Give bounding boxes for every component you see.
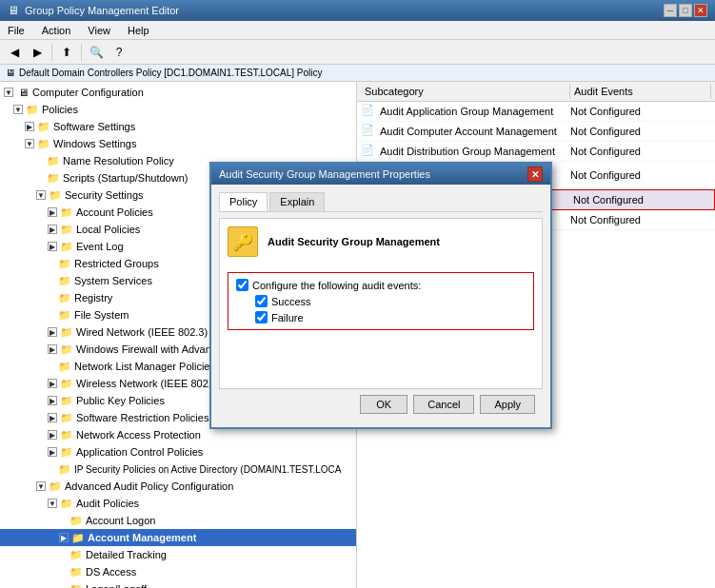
expand-windows[interactable]: ▼ xyxy=(25,139,34,148)
failure-label: Failure xyxy=(271,312,304,323)
list-row-computer-account[interactable]: 📄 Audit Computer Account Management Not … xyxy=(357,122,715,142)
tree-label: Advanced Audit Policy Configuration xyxy=(65,480,233,492)
expand-advanced-policy[interactable]: ▼ xyxy=(36,481,46,491)
dialog-buttons: OK Cancel Apply xyxy=(219,389,543,420)
dialog-body: 🔑 Audit Security Group Management Config… xyxy=(219,218,543,389)
expand-wired[interactable]: ▶ xyxy=(48,327,57,337)
toolbar-sep-1 xyxy=(51,44,52,61)
tree-label: Local Policies xyxy=(76,224,140,235)
dialog-tab-policy[interactable]: Policy xyxy=(219,192,268,211)
expand-app-control[interactable]: ▶ xyxy=(48,447,57,457)
row-label: Audit Distribution Group Management xyxy=(380,146,570,157)
close-btn[interactable]: ✕ xyxy=(694,4,707,17)
success-checkbox[interactable] xyxy=(255,295,268,307)
col-header-audit: Audit Events xyxy=(570,84,711,99)
menu-view[interactable]: View xyxy=(84,24,114,37)
tree-item-ds-access[interactable]: 📁 DS Access xyxy=(0,563,356,580)
folder-icon: 📁 xyxy=(57,273,72,288)
checkbox-section: Configure the following audit events: Su… xyxy=(228,272,534,330)
expand-account-mgmt[interactable]: ▶ xyxy=(59,533,69,542)
tree-label: Network Access Protection xyxy=(76,429,201,441)
expand-account[interactable]: ▶ xyxy=(48,207,57,217)
tree-label: Policies xyxy=(42,104,78,115)
tree-item-account-logon[interactable]: 📁 Account Logon xyxy=(0,512,356,529)
ok-button[interactable]: OK xyxy=(360,395,407,414)
expand-event[interactable]: ▶ xyxy=(48,242,57,251)
tree-item-app-control[interactable]: ▶ 📁 Application Control Policies xyxy=(0,443,356,461)
dialog-icon-row: 🔑 Audit Security Group Management xyxy=(228,226,534,257)
show-hide-btn[interactable]: 🔍 xyxy=(86,42,107,63)
dialog-content: Policy Explain 🔑 Audit Security Group Ma… xyxy=(211,185,550,427)
folder-icon: 📁 xyxy=(69,581,84,588)
expand-security[interactable]: ▼ xyxy=(36,190,46,200)
maximize-btn[interactable]: □ xyxy=(679,4,692,17)
menu-action[interactable]: Action xyxy=(38,24,75,37)
dialog-close-btn[interactable]: ✕ xyxy=(527,167,543,182)
folder-icon: 📁 xyxy=(46,153,61,168)
policy-icon: 🖥 xyxy=(6,68,15,78)
tree-item-advanced-policy[interactable]: ▼ 📁 Advanced Audit Policy Configuration xyxy=(0,478,356,495)
menu-help[interactable]: Help xyxy=(124,24,153,37)
app-title: Group Policy Management Editor xyxy=(25,5,179,16)
configure-row: Configure the following audit events: xyxy=(236,279,526,291)
tree-item-ip-security[interactable]: 📁 IP Security Policies on Active Directo… xyxy=(0,461,356,478)
expand-wireless[interactable]: ▶ xyxy=(48,379,57,388)
expand-policies[interactable]: ▼ xyxy=(13,105,23,114)
folder-icon: 📁 xyxy=(59,239,74,254)
tree-item-logon-logoff[interactable]: 📁 Logon/Logoff xyxy=(0,580,356,588)
folder-icon: 📁 xyxy=(69,564,84,579)
policy-path-label: Default Domain Controllers Policy [DC1.D… xyxy=(19,68,322,78)
success-label: Success xyxy=(271,296,311,307)
expand-computer-config[interactable]: ▼ xyxy=(4,88,13,97)
tree-item-windows-settings[interactable]: ▼ 📁 Windows Settings xyxy=(0,135,356,152)
tree-label: Windows Settings xyxy=(53,138,136,149)
tree-label: DS Access xyxy=(86,566,136,578)
row-value: Not Configured xyxy=(570,106,711,117)
expand-firewall[interactable]: ▶ xyxy=(48,344,57,354)
tree-label: Security Settings xyxy=(65,189,144,201)
expand-network-access[interactable]: ▶ xyxy=(48,430,57,440)
tree-label: Account Logon xyxy=(86,515,155,526)
tree-item-account-mgmt[interactable]: ▶ 📁 Account Management xyxy=(0,529,356,546)
tree-item-computer-config[interactable]: ▼ 🖥 Computer Configuration xyxy=(0,84,356,101)
tree-label: Event Log xyxy=(76,241,124,252)
back-btn[interactable]: ◀ xyxy=(4,42,25,63)
configure-checkbox[interactable] xyxy=(236,279,248,291)
expand-audit-policies[interactable]: ▼ xyxy=(48,499,57,508)
tree-item-software-settings[interactable]: ▶ 📁 Software Settings xyxy=(0,118,356,135)
list-row-app-group[interactable]: 📄 Audit Application Group Management Not… xyxy=(357,102,715,122)
tree-item-detailed-tracking[interactable]: 📁 Detailed Tracking xyxy=(0,546,356,563)
dialog-title-text: Audit Security Group Management Properti… xyxy=(219,168,430,180)
folder-icon: 📁 xyxy=(59,444,74,460)
configure-label: Configure the following audit events: xyxy=(252,280,421,291)
minimize-btn[interactable]: ─ xyxy=(664,4,677,17)
menu-file[interactable]: File xyxy=(4,24,29,37)
folder-icon: 📁 xyxy=(59,205,74,220)
up-btn[interactable]: ⬆ xyxy=(56,42,77,63)
folder-icon: 📁 xyxy=(59,496,74,511)
folder-icon: 📁 xyxy=(36,119,51,134)
failure-checkbox[interactable] xyxy=(255,311,268,323)
tree-label: Application Control Policies xyxy=(76,446,203,458)
expand-software-restriction[interactable]: ▶ xyxy=(48,413,57,422)
expand-public-key[interactable]: ▶ xyxy=(48,396,57,405)
folder-icon: 📁 xyxy=(25,102,40,117)
folder-icon: 📁 xyxy=(57,307,72,323)
row-label: Audit Computer Account Management xyxy=(380,126,570,137)
expand-local[interactable]: ▶ xyxy=(48,225,57,234)
tree-item-policies[interactable]: ▼ 📁 Policies xyxy=(0,101,356,118)
tree-item-audit-policies[interactable]: ▼ 📁 Audit Policies xyxy=(0,495,356,512)
forward-btn[interactable]: ▶ xyxy=(27,42,48,63)
tree-label: Logon/Logoff xyxy=(86,583,147,588)
help-btn[interactable]: ? xyxy=(109,42,129,63)
apply-button[interactable]: Apply xyxy=(480,395,535,414)
policy-path-bar: 🖥 Default Domain Controllers Policy [DC1… xyxy=(0,65,715,82)
dialog-tab-explain[interactable]: Explain xyxy=(269,192,325,211)
row-value: Not Configured xyxy=(570,146,711,157)
list-row-distribution-group[interactable]: 📄 Audit Distribution Group Management No… xyxy=(357,142,715,162)
folder-icon: 📁 xyxy=(59,324,74,340)
cancel-button[interactable]: Cancel xyxy=(413,395,474,414)
expand-software[interactable]: ▶ xyxy=(25,122,34,131)
success-row: Success xyxy=(236,295,526,307)
folder-icon: 📁 xyxy=(57,256,72,271)
